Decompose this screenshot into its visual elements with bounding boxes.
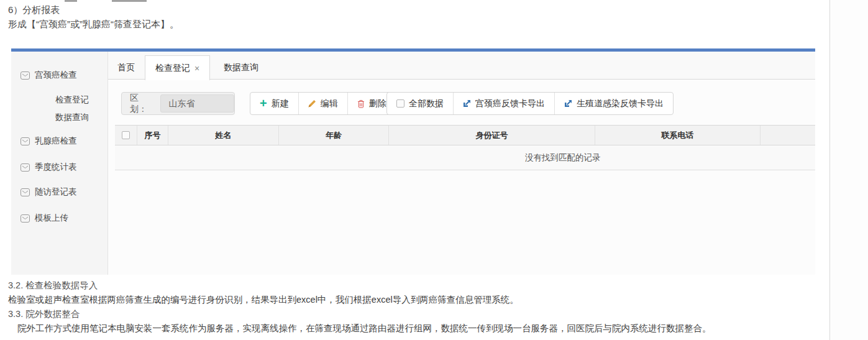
edit-button[interactable]: 编辑 (299, 93, 348, 114)
new-button[interactable]: + 新建 (250, 93, 299, 114)
edit-button-label: 编辑 (321, 98, 338, 109)
mail-icon (21, 214, 30, 223)
doc-heading: 3.3. 院外数据整合 (8, 307, 711, 321)
column-header-index[interactable]: 序号 (137, 126, 168, 145)
export-cervical-label: 宫颈癌反馈卡导出 (475, 98, 545, 109)
doc-line: 6）分析报表 (8, 2, 179, 17)
export-icon (463, 99, 471, 108)
close-icon[interactable]: × (194, 63, 199, 73)
crud-button-group: + 新建 编辑 删除 (250, 92, 396, 115)
mail-icon (21, 71, 30, 80)
doc-line: 院外工作方式使用笔记本电脑安装一套系统作为服务器，实现离线操作，在筛查现场通过路… (8, 321, 711, 336)
column-header-spacer (761, 126, 815, 145)
delete-button-label: 删除 (369, 98, 386, 109)
sidebar-item-followup-registry[interactable]: 随访登记表 (21, 186, 77, 198)
tab-label: 检查登记 (155, 63, 190, 74)
page-boundary-line (829, 0, 830, 340)
sidebar-item-label: 季度统计表 (35, 162, 77, 173)
table-header-row: 序号 姓名 年龄 身份证号 联系电话 (115, 125, 815, 145)
tab-label: 首页 (117, 62, 135, 73)
export-icon (564, 99, 572, 108)
empty-message: 没有找到匹配的记录 (525, 152, 601, 163)
sidebar-item-exam-registration[interactable]: 检查登记 (55, 94, 89, 106)
doc-text-top: 6）分析报表 形成【“宫颈癌”或”乳腺癌“筛查登记本】。 (8, 2, 179, 31)
region-label: 区划： (122, 93, 160, 115)
all-data-checkbox[interactable] (396, 99, 404, 108)
column-header-age[interactable]: 年龄 (279, 126, 389, 145)
plus-icon: + (260, 97, 267, 109)
sidebar-item-label: 乳腺癌检查 (35, 136, 77, 147)
sidebar-item-label: 宫颈癌检查 (35, 70, 77, 81)
sidebar-item-label: 检查登记 (55, 94, 89, 106)
doc-line: 检验室或超声检查室根据两癌筛查生成的编号进行身份识别，结果导出到excel中，我… (8, 293, 711, 307)
new-button-label: 新建 (272, 98, 289, 109)
tab-data-query[interactable]: 数据查询 (213, 55, 269, 80)
all-data-label: 全部数据 (409, 98, 444, 109)
pencil-icon (308, 99, 316, 108)
doc-heading: 3.2. 检查检验数据导入 (8, 278, 711, 293)
doc-text-bottom: 3.2. 检查检验数据导入 检验室或超声检查室根据两癌筛查生成的编号进行身份识别… (8, 278, 711, 336)
mail-icon (21, 188, 30, 196)
column-header-id-number[interactable]: 身份证号 (389, 126, 595, 145)
region-input[interactable]: 山东省 (160, 94, 234, 113)
sidebar-item-data-query[interactable]: 数据查询 (55, 111, 89, 124)
doc-line: 形成【“宫颈癌”或”乳腺癌“筛查登记本】。 (8, 17, 179, 31)
main-content: 首页 检查登记 × 数据查询 区划： 山东省 + (108, 52, 815, 275)
tab-exam-registration[interactable]: 检查登记 × (145, 55, 210, 80)
trash-icon (357, 99, 365, 108)
export-genital-infection-feedback-button[interactable]: 生殖道感染反馈卡导出 (555, 93, 673, 114)
clipped-line-fragment (65, 0, 77, 2)
sidebar-item-label: 模板上传 (35, 213, 68, 224)
sidebar-item-cervical-cancer-exam[interactable]: 宫颈癌检查 (21, 69, 77, 81)
region-field: 区划： 山东省 (121, 92, 235, 115)
page: 6）分析报表 形成【“宫颈癌”或”乳腺癌“筛查登记本】。 宫颈癌检查 检查登记 … (0, 0, 868, 340)
tab-home[interactable]: 首页 (109, 55, 143, 80)
tab-label: 数据查询 (224, 62, 258, 73)
toolbar: 区划： 山东省 + 新建 编辑 (108, 80, 815, 117)
app-panel: 宫颈癌检查 检查登记 数据查询 乳腺癌检查 季度统计表 (11, 48, 815, 275)
sidebar-item-breast-cancer-exam[interactable]: 乳腺癌检查 (21, 135, 77, 147)
export-cervical-feedback-button[interactable]: 宫颈癌反馈卡导出 (454, 93, 555, 114)
page-margin-area (830, 0, 868, 340)
sidebar-item-template-upload[interactable]: 模板上传 (21, 212, 68, 224)
table-empty-row: 没有找到匹配的记录 (115, 145, 815, 170)
tab-bar: 首页 检查登记 × 数据查询 (108, 52, 815, 80)
sidebar: 宫颈癌检查 检查登记 数据查询 乳腺癌检查 季度统计表 (11, 52, 108, 275)
clipped-line-fragment (112, 0, 147, 2)
sidebar-item-label: 随访登记表 (35, 186, 77, 198)
select-all-cell (115, 126, 137, 145)
column-header-name[interactable]: 姓名 (168, 126, 279, 145)
all-data-toggle[interactable]: 全部数据 (387, 93, 454, 114)
export-button-group: 全部数据 宫颈癌反馈卡导出 生殖道感染反馈卡导出 (386, 92, 674, 115)
column-header-phone[interactable]: 联系电话 (595, 126, 761, 145)
mail-icon (21, 163, 30, 172)
export-infection-label: 生殖道感染反馈卡导出 (577, 98, 664, 109)
data-table: 序号 姓名 年龄 身份证号 联系电话 没有找到匹配的记录 (115, 125, 815, 170)
sidebar-item-label: 数据查询 (55, 112, 89, 123)
select-all-checkbox[interactable] (122, 131, 130, 139)
sidebar-item-quarterly-stats[interactable]: 季度统计表 (21, 161, 77, 173)
mail-icon (21, 137, 30, 145)
